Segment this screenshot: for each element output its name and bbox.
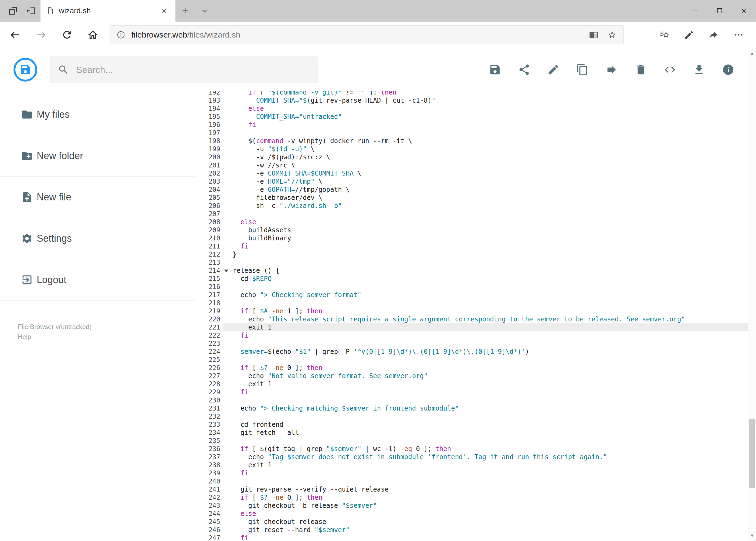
copy-button[interactable]	[576, 64, 589, 76]
browser-tab[interactable]: wizard.sh	[41, 0, 175, 22]
code-line-204[interactable]: 204 -e GOPATH=//tmp/gopath \	[195, 186, 756, 194]
help-link[interactable]: Help	[18, 332, 195, 342]
code-line-220[interactable]: 220 echo "This release script requires a…	[195, 315, 756, 323]
code-line-240[interactable]: 240	[195, 477, 756, 485]
new-tab-button[interactable]	[175, 0, 195, 22]
code-line-216[interactable]: 216	[195, 283, 756, 291]
code-line-242[interactable]: 242 if [ $? -ne 0 ]; then	[195, 493, 756, 502]
code-line-228[interactable]: 228 exit 1	[195, 380, 756, 388]
tab-close-button[interactable]	[159, 5, 169, 16]
sidebar-item-my-files[interactable]: My files	[0, 94, 195, 135]
code-line-217[interactable]: 217 echo "> Checking semver format"	[195, 291, 756, 299]
code-line-198[interactable]: 198 $(command -v winpty) docker run --rm…	[195, 137, 756, 145]
share-button[interactable]	[518, 64, 530, 76]
tabs-aside-button[interactable]	[22, 0, 41, 22]
maximize-button[interactable]	[707, 0, 732, 22]
reading-view-button[interactable]	[585, 26, 603, 43]
code-line-199[interactable]: 199 -u "$(id -u)" \	[195, 145, 756, 153]
code-line-225[interactable]: 225	[195, 356, 756, 364]
code-line-211[interactable]: 211 fi	[195, 242, 756, 251]
code-line-223[interactable]: 223	[195, 339, 756, 347]
favorites-hub-button[interactable]	[652, 22, 677, 48]
search-bar[interactable]	[50, 56, 318, 83]
code-line-243[interactable]: 243 git checkout -b release "$semver"	[195, 502, 756, 510]
back-button[interactable]	[2, 22, 28, 48]
code-line-230[interactable]: 230	[195, 396, 756, 404]
code-line-231[interactable]: 231 echo "> Checking matching $semver in…	[195, 404, 756, 412]
home-button[interactable]	[80, 22, 106, 48]
code-line-219[interactable]: 219 if [ $# -ne 1 ]; then	[195, 307, 756, 315]
close-window-button[interactable]	[732, 0, 756, 22]
code-line-208[interactable]: 208 else	[195, 218, 756, 226]
code-line-214[interactable]: 214release () {	[195, 267, 756, 275]
code-line-236[interactable]: 236 if [ $(git tag | grep "$semver" | wc…	[195, 445, 756, 453]
code-line-241[interactable]: 241 git rev-parse --verify --quiet relea…	[195, 485, 756, 493]
code-line-212[interactable]: 212}	[195, 251, 756, 259]
address-bar[interactable]: filebrowser.web/files/wizard.sh	[110, 25, 624, 44]
code-line-200[interactable]: 200 -v /$(pwd):/src:z \	[195, 153, 756, 161]
code-button[interactable]	[664, 64, 676, 76]
code-line-203[interactable]: 203 -e HOME="//tmp" \	[195, 178, 756, 186]
code-line-239[interactable]: 239 fi	[195, 469, 756, 477]
code-line-233[interactable]: 233 cd frontend	[195, 420, 756, 429]
more-options-button[interactable]	[726, 22, 751, 48]
code-line-207[interactable]: 207	[195, 210, 756, 218]
scrollbar-thumb[interactable]	[749, 419, 755, 488]
refresh-button[interactable]	[54, 22, 80, 48]
fold-toggle-icon[interactable]	[224, 270, 228, 272]
code-line-245[interactable]: 245 git checkout release	[195, 518, 756, 526]
download-button[interactable]	[693, 64, 705, 76]
minimize-button[interactable]	[683, 0, 707, 22]
sidebar-item-logout[interactable]: Logout	[0, 259, 195, 300]
code-line-247[interactable]: 247 fi	[195, 534, 756, 541]
code-line-196[interactable]: 196 fi	[195, 121, 756, 129]
search-input[interactable]	[76, 64, 310, 75]
edit-button[interactable]	[547, 64, 560, 76]
code-line-218[interactable]: 218	[195, 299, 756, 307]
code-line-215[interactable]: 215 cd $REPO	[195, 275, 756, 283]
code-editor[interactable]: 192 if [ "$(command -v git)" != "" ]; th…	[195, 91, 756, 541]
delete-button[interactable]	[634, 64, 647, 76]
code-line-229[interactable]: 229 fi	[195, 388, 756, 396]
code-line-235[interactable]: 235	[195, 437, 756, 445]
code-line-224[interactable]: 224 semver=$(echo "$1" | grep -P '^v(0|[…	[195, 347, 756, 356]
code-line-195[interactable]: 195 COMMIT_SHA="untracked"	[195, 113, 756, 121]
site-info-button[interactable]	[116, 30, 127, 39]
code-line-222[interactable]: 222 fi	[195, 331, 756, 339]
code-line-238[interactable]: 238 exit 1	[195, 461, 756, 469]
code-line-210[interactable]: 210 buildBinary	[195, 234, 756, 242]
code-line-209[interactable]: 209 buildAssets	[195, 226, 756, 234]
code-line-202[interactable]: 202 -e COMMIT_SHA=$COMMIT_SHA \	[195, 169, 756, 178]
sidebar-item-new-file[interactable]: New file	[0, 177, 195, 218]
save-button[interactable]	[489, 64, 501, 76]
info-button[interactable]	[722, 64, 734, 76]
scroll-down-button[interactable]: ▼	[748, 531, 756, 541]
code-line-194[interactable]: 194 else	[195, 105, 756, 113]
code-line-197[interactable]: 197	[195, 129, 756, 137]
page-scrollbar[interactable]: ▲ ▼	[748, 48, 756, 541]
code-line-205[interactable]: 205 filebrowser/dev \	[195, 194, 756, 202]
annotate-button[interactable]	[677, 22, 701, 48]
move-button[interactable]	[606, 64, 618, 76]
tabs-preview-button[interactable]	[4, 0, 22, 22]
sidebar-item-settings[interactable]: Settings	[0, 218, 195, 259]
code-line-246[interactable]: 246 git reset --hard "$semver"	[195, 526, 756, 534]
code-line-221[interactable]: 221 exit 1	[195, 323, 756, 331]
url-text[interactable]: filebrowser.web/files/wizard.sh	[131, 30, 585, 39]
code-line-244[interactable]: 244 else	[195, 510, 756, 518]
code-line-213[interactable]: 213	[195, 259, 756, 267]
code-line-192[interactable]: 192 if [ "$(command -v git)" != "" ]; th…	[195, 91, 756, 96]
scroll-up-button[interactable]: ▲	[748, 48, 756, 59]
forward-button[interactable]	[28, 22, 54, 48]
code-line-193[interactable]: 193 COMMIT_SHA="$(git rev-parse HEAD | c…	[195, 96, 756, 105]
tab-list-chevron-button[interactable]	[195, 0, 214, 22]
sidebar-item-new-folder[interactable]: New folder	[0, 135, 195, 177]
code-line-201[interactable]: 201 -w //src \	[195, 161, 756, 169]
code-line-206[interactable]: 206 sh -c "./wizard.sh -b"	[195, 202, 756, 210]
add-favorite-button[interactable]	[603, 26, 621, 43]
code-line-237[interactable]: 237 echo "Tag $semver does not exist in …	[195, 453, 756, 461]
code-line-226[interactable]: 226 if [ $? -ne 0 ]; then	[195, 364, 756, 372]
share-page-button[interactable]	[701, 22, 726, 48]
code-line-232[interactable]: 232	[195, 412, 756, 420]
code-line-227[interactable]: 227 echo "Not valid semver format. See s…	[195, 372, 756, 380]
